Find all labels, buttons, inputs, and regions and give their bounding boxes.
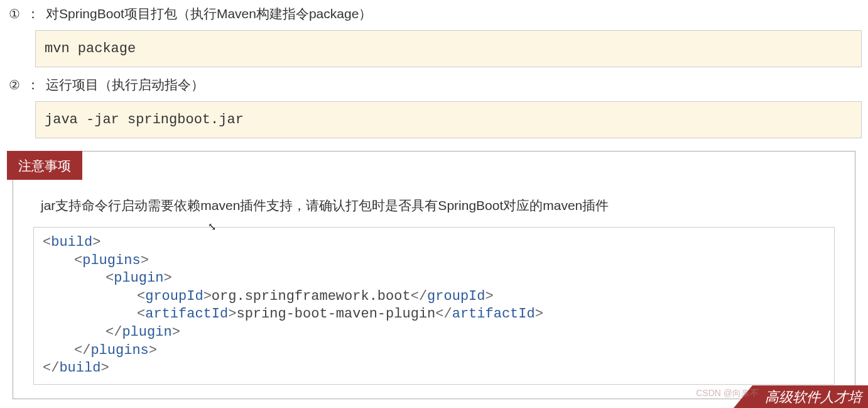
step-1-header: ① ： 对SpringBoot项目打包（执行Maven构建指令package） [6,5,862,23]
xml-line: <artifactId>spring-boot-maven-plugin</ar… [43,306,825,324]
step-2-code: java -jar springboot.jar [45,112,244,128]
xml-line: </plugin> [43,324,825,342]
xml-code-block: <build> <plugins> <plugin> <groupId>org.… [33,227,835,385]
step-2-number: ② [6,77,23,93]
notice-panel: 注意事项 jar支持命令行启动需要依赖maven插件支持，请确认打包时是否具有S… [13,151,855,399]
notice-badge: 注意事项 [7,151,82,180]
xml-line: </plugins> [43,342,825,360]
watermark: CSDN @向来不 高级软件人才培 [696,385,868,404]
xml-line: <plugin> [43,270,825,288]
step-1-colon: ： [26,5,40,23]
xml-line: <groupId>org.springframework.boot</group… [43,288,825,306]
step-1-text: 对SpringBoot项目打包（执行Maven构建指令package） [46,5,372,23]
xml-line: <plugins> [43,252,825,270]
step-2-colon: ： [26,76,40,94]
step-2-code-block: java -jar springboot.jar [35,101,862,138]
xml-line: </build> [43,360,825,378]
xml-line: <build> [43,234,825,252]
step-2-text: 运行项目（执行启动指令） [46,76,204,94]
watermark-csdn: CSDN @向来不 [696,388,759,399]
step-1-code: mvn package [45,41,136,57]
step-1-code-block: mvn package [35,30,862,67]
notice-description: jar支持命令行启动需要依赖maven插件支持，请确认打包时是否具有Spring… [41,197,835,214]
step-2-header: ② ： 运行项目（执行启动指令） [6,76,862,94]
step-1-number: ① [6,6,23,22]
